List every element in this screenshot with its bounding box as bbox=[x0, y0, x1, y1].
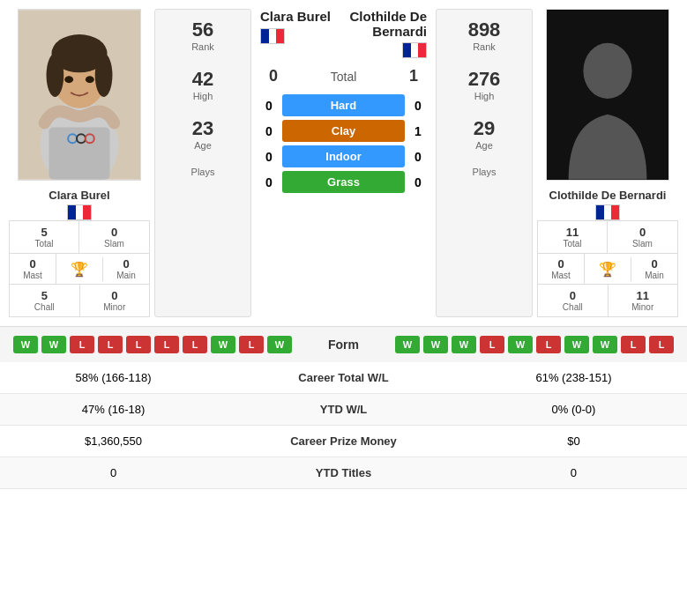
grass-score-left: 0 bbox=[260, 175, 278, 189]
left-high-label: High bbox=[192, 91, 213, 101]
stat-center-label: YTD Titles bbox=[227, 457, 460, 489]
right-slam-label: Slam bbox=[609, 239, 676, 249]
right-slam-cell: 0 Slam bbox=[608, 221, 677, 253]
indoor-label: Indoor bbox=[325, 150, 361, 163]
stat-center-label: Career Total W/L bbox=[227, 362, 460, 394]
hard-button[interactable]: Hard bbox=[282, 94, 405, 116]
form-dot-w: W bbox=[508, 336, 533, 353]
indoor-button[interactable]: Indoor bbox=[282, 145, 405, 167]
left-high-stat: 42 High bbox=[192, 68, 213, 101]
right-rank-value: 898 bbox=[468, 19, 501, 41]
stat-left-value: 47% (16-18) bbox=[0, 394, 227, 426]
stat-right-value: 61% (238-151) bbox=[460, 362, 687, 394]
left-rank-label: Rank bbox=[191, 41, 214, 52]
left-header-name-text: Clara Burel bbox=[260, 9, 344, 24]
right-stats-grid: 11 Total 0 Slam bbox=[537, 220, 678, 254]
right-player-name-block: Clothilde De Bernardi bbox=[549, 183, 667, 220]
surface-row-grass: 0 Grass 0 bbox=[260, 171, 427, 193]
table-row: 0YTD Titles0 bbox=[0, 457, 687, 489]
stat-center-label: Career Prize Money bbox=[227, 426, 460, 457]
left-mast-label: Mast bbox=[11, 271, 54, 280]
form-dot-w: W bbox=[564, 336, 589, 353]
form-dot-l: L bbox=[480, 336, 504, 353]
left-minor-label: Minor bbox=[82, 302, 148, 312]
left-age-label: Age bbox=[192, 140, 213, 151]
left-stats-grid: 5 Total 0 Slam bbox=[9, 220, 150, 254]
surface-rows: 0 Hard 0 0 Clay 1 0 bbox=[256, 94, 431, 193]
stat-right-value: $0 bbox=[460, 426, 687, 457]
right-trophy-icon-cell: 🏆 bbox=[585, 257, 631, 281]
left-age-value: 23 bbox=[192, 117, 213, 140]
total-score-right: 1 bbox=[405, 67, 422, 85]
left-trophy-icon-cell: 🏆 bbox=[56, 257, 103, 281]
grass-score-right: 0 bbox=[409, 175, 427, 189]
left-total-value: 5 bbox=[11, 226, 77, 239]
left-last-row: 5 Chall 0 Minor bbox=[9, 285, 150, 317]
header-names: Clara Burel Clothilde De Bernardi bbox=[256, 9, 431, 58]
left-slam-cell: 0 Slam bbox=[79, 221, 149, 253]
stat-right-value: 0 bbox=[460, 457, 687, 489]
form-dot-l: L bbox=[154, 336, 179, 353]
form-dot-l: L bbox=[126, 336, 151, 353]
form-dot-w: W bbox=[267, 336, 292, 353]
surface-row-hard: 0 Hard 0 bbox=[260, 94, 427, 116]
left-mast-cell: 0 Mast bbox=[10, 254, 56, 284]
right-main-value: 0 bbox=[633, 257, 676, 271]
right-header-name-text: Clothilde De Bernardi bbox=[344, 9, 428, 39]
hard-label: Hard bbox=[331, 99, 357, 112]
form-dot-w: W bbox=[452, 336, 476, 353]
left-plays-stat: Plays bbox=[191, 167, 215, 177]
form-dot-l: L bbox=[621, 336, 646, 353]
form-dot-w: W bbox=[423, 336, 448, 353]
left-slam-value: 0 bbox=[81, 226, 147, 239]
left-player-photo bbox=[18, 9, 141, 181]
svg-point-7 bbox=[86, 76, 94, 83]
right-minor-value: 11 bbox=[610, 289, 676, 302]
right-rank-stat: 898 Rank bbox=[468, 19, 501, 52]
surface-row-indoor: 0 Indoor 0 bbox=[260, 145, 427, 167]
form-dot-w: W bbox=[41, 336, 66, 353]
right-total-label: Total bbox=[540, 239, 605, 249]
right-age-value: 29 bbox=[474, 117, 495, 140]
left-minor-value: 0 bbox=[82, 289, 148, 302]
right-mast-cell: 0 Mast bbox=[538, 254, 585, 284]
left-player-name-block: Clara Burel bbox=[49, 183, 109, 220]
right-chall-value: 0 bbox=[540, 289, 606, 302]
right-minor-label: Minor bbox=[610, 302, 676, 312]
clay-label: Clay bbox=[332, 124, 355, 137]
stat-left-value: 58% (166-118) bbox=[0, 362, 227, 394]
left-mid-panel: 56 Rank 42 High 23 Age Plays bbox=[154, 9, 251, 317]
left-trophy-row: 0 Mast 🏆 0 Main bbox=[9, 254, 150, 285]
stat-left-value: 0 bbox=[0, 457, 227, 489]
stat-right-value: 0% (0-0) bbox=[460, 394, 687, 426]
right-main-label: Main bbox=[633, 271, 676, 280]
right-player-flag bbox=[549, 204, 667, 220]
left-main-cell: 0 Main bbox=[103, 254, 149, 284]
indoor-score-left: 0 bbox=[260, 150, 278, 164]
left-header-name: Clara Burel bbox=[260, 9, 344, 44]
right-total-value: 11 bbox=[540, 226, 605, 239]
clay-button[interactable]: Clay bbox=[282, 120, 405, 142]
left-mast-value: 0 bbox=[11, 257, 54, 271]
left-rank-stat: 56 Rank bbox=[191, 19, 214, 52]
right-age-label: Age bbox=[474, 140, 495, 151]
right-player-card: Clothilde De Bernardi 11 Total 0 Slam 0 bbox=[537, 9, 678, 317]
grass-button[interactable]: Grass bbox=[282, 171, 405, 193]
left-player-flag bbox=[49, 204, 109, 220]
left-total-cell: 5 Total bbox=[10, 221, 79, 253]
right-mast-value: 0 bbox=[540, 257, 582, 271]
form-dot-l: L bbox=[70, 336, 94, 353]
left-form-dots: WWLLLLLWLW bbox=[13, 336, 292, 353]
surface-row-clay: 0 Clay 1 bbox=[260, 120, 427, 142]
right-slam-value: 0 bbox=[609, 226, 676, 239]
left-chall-label: Chall bbox=[11, 302, 78, 312]
grass-label: Grass bbox=[327, 175, 360, 189]
left-header-flag bbox=[260, 28, 285, 44]
total-label: Total bbox=[282, 70, 405, 84]
right-minor-cell: 11 Minor bbox=[609, 285, 678, 316]
stat-center-label: YTD W/L bbox=[227, 394, 460, 426]
right-rank-label: Rank bbox=[468, 41, 501, 52]
left-chall-value: 5 bbox=[11, 289, 78, 302]
right-age-stat: 29 Age bbox=[474, 117, 495, 151]
right-form-dots: WWWLWLWWLL bbox=[395, 336, 674, 353]
